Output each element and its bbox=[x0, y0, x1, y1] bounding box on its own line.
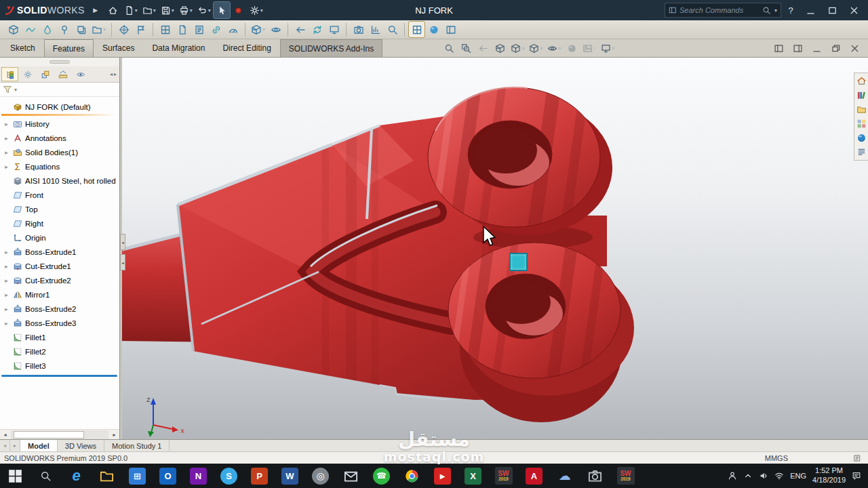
tools-toolbar-button-15[interactable] bbox=[268, 22, 283, 37]
taskbar-search-button[interactable] bbox=[31, 464, 61, 488]
taskbar-clock[interactable]: 1:52 PM4/18/2019 bbox=[812, 466, 846, 485]
panel-tab-propertymanager[interactable] bbox=[19, 67, 36, 81]
taskbar-app-whatsapp[interactable]: ☎ bbox=[366, 464, 397, 488]
document-tab-3d-views[interactable]: 3D Views bbox=[58, 440, 104, 451]
taskbar-app-chrome[interactable] bbox=[397, 464, 427, 488]
caret-down-icon[interactable]: ▾ bbox=[774, 7, 777, 14]
taskbar-app-onenote[interactable]: N bbox=[183, 464, 214, 488]
tree-item-boss-extrude1[interactable]: ▸Boss-Extrude1 bbox=[0, 245, 119, 259]
panel-tab-dimxpertmanager[interactable] bbox=[54, 67, 71, 81]
expand-arrow-icon[interactable]: ▸ bbox=[3, 121, 10, 127]
tools-toolbar-button-22[interactable] bbox=[409, 22, 425, 37]
taskbar-app-file-explorer[interactable] bbox=[92, 464, 122, 488]
taskbar-app-camera[interactable] bbox=[580, 464, 610, 488]
view-orientation-button[interactable]: ▾ bbox=[509, 41, 526, 56]
tree-item-equations[interactable]: ▸Equations bbox=[0, 159, 119, 174]
ribbon-tab-direct-editing[interactable]: Direct Editing bbox=[214, 39, 279, 57]
tools-toolbar-button-7[interactable] bbox=[116, 22, 132, 37]
taskbar-app-acrobat-reader[interactable]: A bbox=[519, 464, 549, 488]
tools-toolbar-button-17[interactable] bbox=[309, 22, 325, 37]
language-indicator[interactable]: ENG bbox=[790, 472, 806, 480]
caret-down-icon[interactable]: ▾ bbox=[14, 87, 17, 93]
record-button[interactable] bbox=[231, 2, 247, 18]
tools-toolbar-button-14[interactable]: ▾ bbox=[250, 22, 267, 37]
expand-arrow-icon[interactable]: ▸ bbox=[3, 306, 10, 312]
ribbon-tab-sketch[interactable]: Sketch bbox=[1, 39, 44, 57]
rollback-bar[interactable] bbox=[1, 375, 117, 377]
hide-show-items-button[interactable]: ▾ bbox=[545, 41, 563, 56]
menu-expand-button[interactable]: ▶ bbox=[87, 2, 104, 18]
panel-tab-configurationmanager[interactable] bbox=[37, 67, 54, 81]
tree-item-aisi-1010-steel-hot-rolled[interactable]: AISI 1010 Steel, hot rolled bbox=[0, 174, 119, 188]
taskbar-app-microsoft-store[interactable]: ⊞ bbox=[122, 464, 153, 488]
panel-hscrollbar[interactable]: ◂ ▸ bbox=[0, 429, 119, 439]
taskbar-app-edge[interactable]: e bbox=[61, 464, 92, 488]
home-button[interactable] bbox=[105, 2, 121, 18]
tools-toolbar-button-13[interactable] bbox=[225, 22, 241, 37]
units-badge[interactable]: MMGS bbox=[765, 454, 846, 462]
view-settings-button[interactable]: ▾ bbox=[599, 41, 616, 56]
document-tab-motion-study-1[interactable]: Motion Study 1 bbox=[104, 440, 170, 451]
expand-arrow-icon[interactable]: ▸ bbox=[3, 149, 10, 156]
taskbar-app-youtube[interactable]: ▶ bbox=[427, 464, 458, 488]
save-button[interactable]: ▾ bbox=[159, 2, 176, 18]
collapse-panel-button-2[interactable]: ◂ bbox=[120, 254, 125, 270]
view-palette-tab[interactable] bbox=[856, 118, 867, 129]
display-style-button[interactable]: ▾ bbox=[527, 41, 545, 56]
taskbar-app-outlook[interactable]: O bbox=[153, 464, 183, 488]
search-icon[interactable] bbox=[762, 6, 771, 15]
taskbar-app-onedrive[interactable]: ☁ bbox=[549, 464, 580, 488]
tools-toolbar-button-18[interactable] bbox=[326, 22, 342, 37]
section-view-button[interactable] bbox=[492, 41, 508, 56]
zoom-to-fit-button[interactable] bbox=[441, 41, 457, 56]
scroll-right-icon[interactable]: ▸ bbox=[109, 432, 119, 438]
select-button[interactable] bbox=[214, 2, 230, 18]
expand-arrow-icon[interactable]: ▸ bbox=[3, 277, 10, 284]
expand-arrow-icon[interactable]: ▸ bbox=[3, 291, 10, 298]
tree-item-top[interactable]: Top bbox=[0, 202, 119, 216]
graphics-area[interactable]: Z X bbox=[122, 58, 868, 439]
chevron-right-icon[interactable]: ▸ bbox=[114, 71, 117, 77]
collapse-panel-button[interactable]: ◂ bbox=[120, 234, 125, 250]
panel-tab-featuremanager-design-tree[interactable] bbox=[1, 67, 18, 81]
previous-view-button[interactable] bbox=[475, 41, 491, 56]
tree-item-boss-extrude3[interactable]: ▸Boss-Extrude3 bbox=[0, 316, 119, 330]
expand-arrow-icon[interactable]: ▸ bbox=[3, 249, 10, 256]
tree-item-cut-extrude2[interactable]: ▸Cut-Extrude2 bbox=[0, 273, 119, 287]
tab-scroll-left[interactable]: ◂ bbox=[0, 440, 10, 451]
tree-item-solid-bodies-1[interactable]: ▸Solid Bodies(1) bbox=[0, 145, 119, 159]
tools-toolbar-button-9[interactable] bbox=[157, 22, 173, 37]
search-commands-box[interactable]: ▾ bbox=[665, 3, 781, 18]
taskpane-toggle-button[interactable] bbox=[789, 40, 806, 56]
tools-toolbar-button-23[interactable] bbox=[426, 22, 441, 37]
help-button[interactable]: ? bbox=[783, 2, 799, 18]
restore-document-button[interactable] bbox=[827, 40, 844, 56]
minimize-button[interactable] bbox=[800, 2, 821, 18]
taskbar-app-mail[interactable] bbox=[336, 464, 366, 488]
scroll-left-icon[interactable]: ◂ bbox=[0, 432, 10, 438]
taskbar-app-internet[interactable]: ◎ bbox=[305, 464, 336, 488]
appearances-scenes-tab[interactable] bbox=[856, 132, 867, 144]
edit-status-icon[interactable] bbox=[853, 454, 861, 462]
tree-item-fillet3[interactable]: Fillet3 bbox=[0, 359, 119, 373]
people-button[interactable] bbox=[728, 471, 737, 481]
tools-toolbar-button-20[interactable] bbox=[368, 22, 383, 37]
expand-arrow-icon[interactable]: ▸ bbox=[3, 163, 10, 170]
tab-scroll-right[interactable]: ▸ bbox=[10, 440, 20, 451]
close-document-button[interactable] bbox=[846, 40, 863, 56]
action-center-button[interactable] bbox=[852, 471, 861, 481]
ribbon-tab-features[interactable]: Features bbox=[44, 39, 94, 57]
tree-item-front[interactable]: Front bbox=[0, 188, 119, 202]
file-explorer-tab[interactable] bbox=[856, 104, 867, 115]
custom-properties-tab[interactable] bbox=[856, 146, 867, 158]
tree-item-fillet2[interactable]: Fillet2 bbox=[0, 344, 119, 359]
close-button[interactable] bbox=[844, 2, 864, 18]
zoom-to-area-button[interactable] bbox=[458, 41, 474, 56]
tools-toolbar-button-3[interactable] bbox=[39, 22, 55, 37]
taskbar-app-excel[interactable]: X bbox=[458, 464, 488, 488]
tree-filter[interactable]: ▾ bbox=[0, 83, 119, 97]
chevron-left-icon[interactable]: ◂ bbox=[110, 71, 113, 77]
tree-item-fillet1[interactable]: Fillet1 bbox=[0, 330, 119, 344]
tree-item-origin[interactable]: Origin bbox=[0, 230, 119, 245]
tools-toolbar-button-6[interactable]: ▾ bbox=[90, 22, 107, 37]
